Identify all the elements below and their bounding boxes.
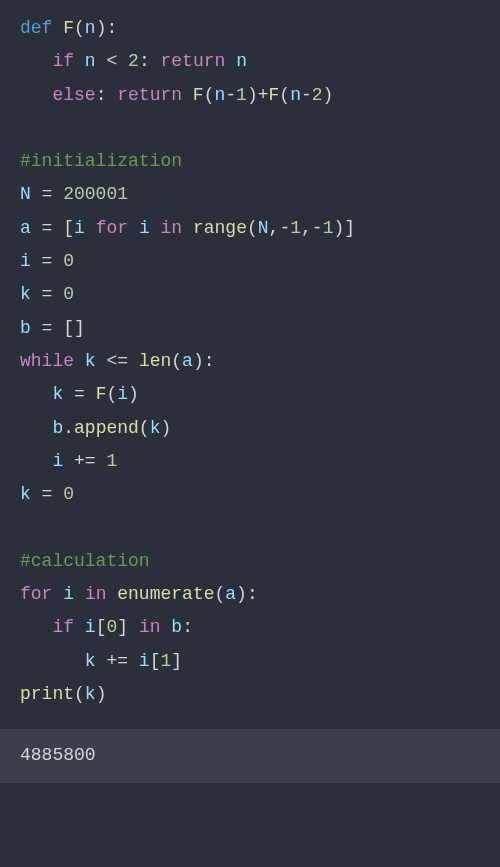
keyword-return: return [161, 51, 226, 71]
var: n [85, 51, 96, 71]
var: N [20, 184, 31, 204]
builtin-len: len [139, 351, 171, 371]
paren: ( [247, 218, 258, 238]
number: 1 [160, 651, 171, 671]
number: 1 [290, 218, 301, 238]
code-line-empty [20, 511, 480, 544]
op: = [31, 318, 63, 338]
number: 200001 [63, 184, 128, 204]
var: a [182, 351, 193, 371]
comma: , [269, 218, 280, 238]
code-line: k += i[1] [20, 645, 480, 678]
number: 0 [63, 484, 74, 504]
keyword-return: return [117, 85, 182, 105]
function-call: F [193, 85, 204, 105]
number: 0 [63, 284, 74, 304]
number: 1 [236, 85, 247, 105]
op: - [279, 218, 290, 238]
code-line: if n < 2: return n [20, 45, 480, 78]
paren: ( [74, 18, 85, 38]
paren: ) [333, 218, 344, 238]
bracket: ] [344, 218, 355, 238]
method-append: append [74, 418, 139, 438]
param: n [85, 18, 96, 38]
code-line: N = 200001 [20, 178, 480, 211]
bracket: [] [63, 318, 85, 338]
bracket: ] [171, 651, 182, 671]
var: i [74, 218, 85, 238]
paren: ( [139, 418, 150, 438]
op: - [312, 218, 323, 238]
number: 1 [323, 218, 334, 238]
builtin-enumerate: enumerate [117, 584, 214, 604]
paren: ): [96, 18, 118, 38]
code-line: def F(n): [20, 12, 480, 45]
number: 0 [106, 617, 117, 637]
builtin-print: print [20, 684, 74, 704]
paren: ( [171, 351, 182, 371]
var: N [258, 218, 269, 238]
keyword-def: def [20, 18, 52, 38]
comma: , [301, 218, 312, 238]
code-line: i += 1 [20, 445, 480, 478]
number: 2 [128, 51, 139, 71]
paren: ) [128, 384, 139, 404]
op: <= [106, 351, 128, 371]
op: = [63, 384, 95, 404]
code-line-empty [20, 112, 480, 145]
output-value: 4885800 [20, 745, 96, 765]
function-call: F [269, 85, 280, 105]
dot: . [63, 418, 74, 438]
code-line: while k <= len(a): [20, 345, 480, 378]
var: b [52, 418, 63, 438]
op: - [301, 85, 312, 105]
code-line: k = F(i) [20, 378, 480, 411]
code-line: #calculation [20, 545, 480, 578]
code-line: else: return F(n-1)+F(n-2) [20, 79, 480, 112]
op: = [31, 184, 63, 204]
number: 1 [106, 451, 117, 471]
var: i [139, 218, 150, 238]
op: = [31, 484, 63, 504]
comment: #calculation [20, 551, 150, 571]
code-line: print(k) [20, 678, 480, 711]
code-line: b = [] [20, 312, 480, 345]
paren: ( [214, 584, 225, 604]
code-line: #initialization [20, 145, 480, 178]
code-line: k = 0 [20, 278, 480, 311]
keyword-for: for [20, 584, 52, 604]
paren: ) [247, 85, 258, 105]
keyword-else: else [52, 85, 95, 105]
code-line: k = 0 [20, 478, 480, 511]
keyword-in: in [85, 584, 107, 604]
builtin-range: range [193, 218, 247, 238]
function-name: F [63, 18, 74, 38]
var: b [171, 617, 182, 637]
bracket: ] [117, 617, 128, 637]
var: k [85, 351, 96, 371]
op: += [63, 451, 106, 471]
var: i [117, 384, 128, 404]
code-line: b.append(k) [20, 412, 480, 445]
var: a [20, 218, 31, 238]
bracket: [ [150, 651, 161, 671]
keyword-while: while [20, 351, 74, 371]
var: i [139, 651, 150, 671]
var: n [214, 85, 225, 105]
code-line: i = 0 [20, 245, 480, 278]
paren: ) [96, 684, 107, 704]
paren: ( [204, 85, 215, 105]
colon: : [96, 85, 118, 105]
code-editor[interactable]: def F(n): if n < 2: return n else: retur… [0, 0, 500, 723]
code-line: a = [i for i in range(N,-1,-1)] [20, 212, 480, 245]
keyword-if: if [52, 617, 74, 637]
paren: ) [323, 85, 334, 105]
keyword-in: in [139, 617, 161, 637]
bracket: [ [96, 617, 107, 637]
paren: ( [279, 85, 290, 105]
keyword-for: for [96, 218, 128, 238]
op: - [225, 85, 236, 105]
colon: : [139, 51, 161, 71]
bracket: [ [63, 218, 74, 238]
op: + [258, 85, 269, 105]
